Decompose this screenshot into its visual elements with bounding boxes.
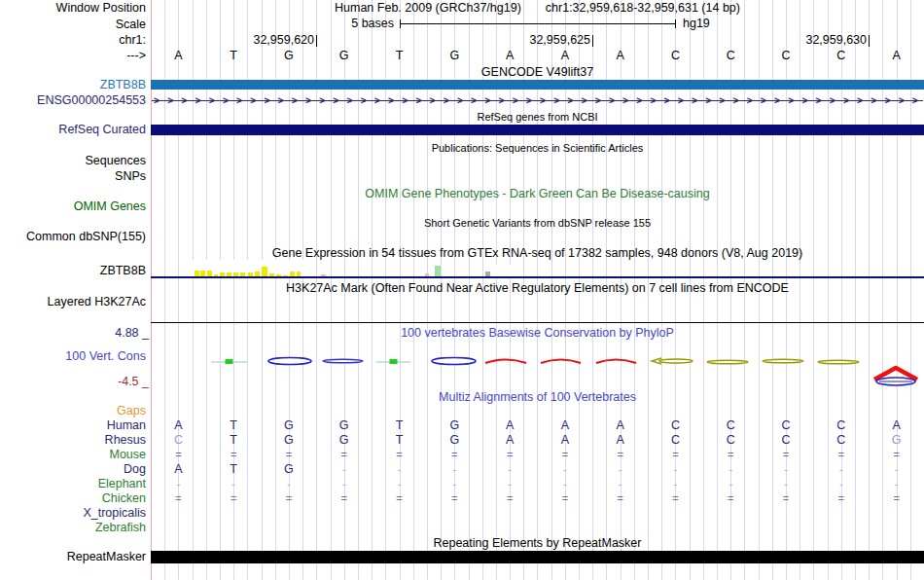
species-label-gaps[interactable]: Gaps [0,404,146,418]
strand-arrow-glyph: > [899,94,905,107]
alignment-cell: - [759,477,814,491]
alignment-cell: = [592,448,648,462]
alignment-cell: - [206,477,262,491]
strand-arrow-glyph: > [774,94,780,107]
strand-arrow-glyph: > [319,94,325,107]
species-label-x_tropicalis[interactable]: X_tropicalis [0,506,146,521]
alignment-cell: G [869,433,924,448]
species-label-zebrafish[interactable]: Zebrafish [0,521,146,535]
base-letter: C [813,49,869,62]
strand-arrow-glyph: > [650,94,656,107]
conservation-min-value: -4.5 _ [0,375,149,389]
alignment-cell: - [813,462,869,477]
omim-genes-label[interactable]: OMIM Genes [0,199,146,214]
alignment-cell: C [151,433,206,448]
base-letter: A [538,49,593,62]
refseq-gene-bar[interactable] [151,125,924,135]
strand-arrow-glyph: > [595,94,601,107]
alignment-cell: T [372,418,427,433]
strand-arrow-glyph: > [761,94,766,107]
strand-arrow-glyph: > [305,94,311,107]
transcript-arrow-row[interactable]: >>>>>>>>>>>>>>>>>>>>>>>>>>>>>>>>>>>>>>>>… [151,94,924,107]
gencode-gene-label[interactable]: ZBTB8B [0,78,146,92]
strand-arrow-glyph: > [843,94,849,107]
refseq-curated-label[interactable]: RefSeq Curated [0,123,146,137]
ruler-tick [592,35,593,47]
alignment-cell: = [703,491,759,506]
alignment-cell: - [592,462,648,477]
strand-arrow-glyph: > [857,94,863,107]
conservation-label[interactable]: 100 Vert. Cons [0,349,146,364]
alignment-cell: C [759,433,814,448]
strand-arrow-glyph: > [484,94,490,107]
refseq-track-title: RefSeq genes from NCBI [151,110,924,124]
alignment-cell: = [151,448,206,462]
scale-bar-right-tick [675,19,676,28]
alignment-cell: = [538,491,593,506]
strand-arrow-glyph: > [457,94,463,107]
base-letter: A [869,49,924,62]
strand-arrow-glyph: > [181,94,187,107]
strand-arrow-glyph: > [733,94,739,107]
multiz-track-title: Multiz Alignments of 100 Vertebrates [151,390,924,404]
alignment-cell: = [813,448,869,462]
strand-arrow-glyph: > [195,94,201,107]
alignment-cell: - [538,462,593,477]
alignment-cell: C [813,418,869,433]
sequences-label[interactable]: Sequences [0,154,146,168]
alignment-cell: = [592,491,648,506]
genome-build-label: hg19 [683,17,710,30]
alignment-cell: - [813,477,869,491]
snps-label[interactable]: SNPs [0,169,146,184]
species-label-chicken[interactable]: Chicken [0,491,146,506]
strand-arrow-glyph: > [526,94,532,107]
strand-arrow-glyph: > [582,94,587,107]
alignment-cell: = [427,448,482,462]
gtex-track-title: Gene Expression in 54 tissues from GTEx … [151,246,924,260]
strand-arrow-glyph: > [912,94,918,107]
species-label-mouse[interactable]: Mouse [0,448,146,462]
strand-arrow-glyph: > [415,94,421,107]
strand-arrow-glyph: > [664,94,670,107]
gtex-gene-label[interactable]: ZBTB8B [0,264,146,278]
repeatmasker-label[interactable]: RepeatMasker [0,550,146,564]
position-range: chr1:32,959,618-32,959,631 (14 bp) [546,1,740,15]
alignment-cell: = [206,448,262,462]
ensembl-transcript-label[interactable]: ENSG00000254553 [0,93,146,108]
alignment-cell: G [316,433,372,448]
scale-label: Scale [0,18,146,32]
species-label-rhesus[interactable]: Rhesus [0,433,146,448]
gtex-gene-model-line[interactable] [151,276,924,278]
alignment-cell: = [869,448,924,462]
alignment-cell: G [262,433,317,448]
gencode-track-title: GENCODE V49lift37 [151,65,924,79]
scale-bar-left-tick [400,19,401,28]
alignment-cell: - [703,462,759,477]
gencode-gene-bar[interactable] [151,80,924,90]
alignment-cell: T [206,462,262,477]
h3k27ac-label[interactable]: Layered H3K27Ac [0,295,146,309]
publications-track-title: Publications: Sequences in Scientific Ar… [151,141,924,155]
dbsnp-label[interactable]: Common dbSNP(155) [0,230,146,244]
alignment-cell: = [482,448,538,462]
alignment-cell: A [151,418,206,433]
alignment-cell: - [703,477,759,491]
alignment-cell: C [813,433,869,448]
strand-arrow-glyph: > [540,94,546,107]
alignment-cell: A [151,462,206,477]
base-letter: C [759,49,814,62]
alignment-cell: - [648,477,703,491]
alignment-cell: G [262,418,317,433]
alignment-cell: = [869,491,924,506]
base-letter: C [703,49,759,62]
repeatmasker-bar[interactable] [151,551,924,563]
species-label-human[interactable]: Human [0,418,146,433]
alignment-cell: - [372,462,427,477]
alignment-cell: A [869,418,924,433]
ruler-coordinate: 32,959,625 [483,34,590,47]
species-label-elephant[interactable]: Elephant [0,477,146,491]
alignment-cell: G [316,418,372,433]
alignment-cell: C [648,433,703,448]
species-label-dog[interactable]: Dog [0,462,146,477]
strand-arrow-glyph: > [154,94,160,107]
